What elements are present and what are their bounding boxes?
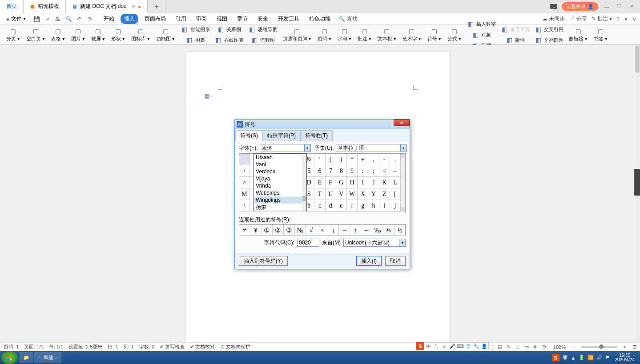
font-option[interactable]: Utsaah <box>254 154 306 161</box>
tab-home[interactable]: 首页 <box>0 0 24 13</box>
recent-symbol[interactable]: ② <box>273 225 284 236</box>
tray-expand-icon[interactable]: ▲ <box>571 355 576 360</box>
font-option[interactable]: Webdings <box>254 189 306 196</box>
font-option[interactable]: Verdana <box>254 168 306 175</box>
side-panel-toggle[interactable] <box>634 169 640 196</box>
chevron-down-icon[interactable]: ▾ <box>400 144 407 152</box>
char-cell[interactable]: 8 <box>336 165 347 177</box>
ribbon-批注[interactable]: ▢批注 ▾ <box>355 27 374 42</box>
ribbon-在线图表[interactable]: ◧在线图表 <box>213 35 246 45</box>
char-cell[interactable]: \ <box>239 200 250 212</box>
ribbon-公式[interactable]: ▢公式 ▾ <box>445 27 464 42</box>
dropdown-scrollbar[interactable] <box>302 154 306 211</box>
view-print-icon[interactable]: ▤ <box>496 344 503 351</box>
login-button[interactable]: 访客登录👤 <box>562 2 598 11</box>
window-minimize[interactable]: — <box>603 3 611 11</box>
zoom-fit-button[interactable]: ⊡ <box>632 344 636 350</box>
ime-mic-icon[interactable]: 🎤 <box>448 342 456 350</box>
start-button[interactable] <box>1 351 18 364</box>
ribbon-对象[interactable]: ◧对象 <box>465 30 498 40</box>
ribbon-tab-3[interactable]: 引用 <box>172 14 190 24</box>
ribbon-文本框[interactable]: ▢文本框 ▾ <box>375 27 399 42</box>
font-combo[interactable]: 宋体 ▾ <box>260 144 311 152</box>
recent-symbol[interactable]: ← <box>361 225 372 236</box>
status-page-no[interactable]: 页码: 1 <box>4 344 19 350</box>
char-cell[interactable]: ; <box>368 165 379 177</box>
status-proofread[interactable]: ✔ 文档校对 <box>190 344 215 350</box>
ime-user-icon[interactable]: 👤 <box>480 342 488 350</box>
char-cell[interactable]: 9 <box>347 165 358 177</box>
status-line[interactable]: 行: 1 <box>108 344 118 350</box>
ribbon-插入数字[interactable]: ◧插入数字 <box>465 19 498 29</box>
ribbon-截屏[interactable]: ▢截屏 ▾ <box>89 27 108 42</box>
char-cell[interactable]: i <box>379 200 390 212</box>
ribbon-文档部件[interactable]: ◧文档部件 <box>532 35 565 45</box>
chevron-down-icon[interactable]: ▾ <box>304 144 310 152</box>
ribbon-书签[interactable]: ▢书签 ▾ <box>591 27 610 42</box>
char-cell[interactable]: 6 <box>314 165 325 177</box>
dialog-close-button[interactable]: ✕ <box>394 119 410 126</box>
char-cell[interactable]: U <box>326 188 336 200</box>
tray-network-icon[interactable]: 📶 <box>588 355 594 360</box>
recent-symbol[interactable]: ≠ <box>239 225 250 236</box>
view-eye-icon[interactable]: 👁 <box>532 344 539 351</box>
grid-scrollbar[interactable] <box>401 154 405 212</box>
char-cell[interactable]: / <box>239 165 250 177</box>
help-icon[interactable]: ? <box>616 16 620 22</box>
subset-combo[interactable]: 基本拉丁语 ▾ <box>336 144 407 152</box>
ribbon-表格[interactable]: ▢表格 ▾ <box>48 27 68 42</box>
recent-symbol[interactable]: ‰ <box>372 225 383 236</box>
share-button[interactable]: ↗ 分享 <box>569 15 587 23</box>
ime-skin-icon[interactable]: 👕 <box>464 342 472 350</box>
collapse-ribbon-icon[interactable]: ∧ <box>624 16 628 22</box>
tray-flag-icon[interactable]: ⚑ <box>605 355 610 360</box>
ribbon-tab-7[interactable]: 安全 <box>254 14 272 24</box>
ribbon-页码[interactable]: ▢页码 ▾ <box>315 27 334 42</box>
qa-output[interactable]: ↗ <box>43 16 51 22</box>
char-cell[interactable]: H <box>347 177 358 188</box>
status-spellcheck[interactable]: ✔ 拼写检查 <box>160 344 185 350</box>
char-cell[interactable]: - <box>379 154 390 165</box>
vertical-scrollbar[interactable] <box>635 45 640 351</box>
scroll-thumb[interactable] <box>635 46 640 72</box>
status-position[interactable]: 设置值: 2.5厘米 <box>68 344 102 350</box>
char-cell[interactable]: = <box>390 165 401 177</box>
ime-emoji-icon[interactable]: ☺ <box>440 342 448 350</box>
font-dropdown-list[interactable]: UtsaahVaniVerdanaVijayaVrindaWebdingsWin… <box>254 153 307 211</box>
ribbon-符号[interactable]: ▢符号 ▾ <box>425 27 444 42</box>
ribbon-页眉和页脚[interactable]: ▢页眉和页脚 ▾ <box>280 27 314 42</box>
font-option[interactable]: Vrinda <box>254 182 306 189</box>
char-cell[interactable]: T <box>314 188 325 200</box>
char-cell[interactable]: h <box>368 200 379 212</box>
ribbon-水印[interactable]: ▢水印 ▾ <box>335 27 354 42</box>
ribbon-tab-2[interactable]: 页面布局 <box>141 14 169 24</box>
char-cell[interactable]: + <box>358 154 368 165</box>
ime-tool-icon[interactable]: 🔧 <box>472 342 480 350</box>
annotate-button[interactable]: ✎ 批注 ▾ <box>592 15 612 23</box>
char-cell[interactable]: 7 <box>326 165 336 177</box>
ime-logo-icon[interactable]: S <box>416 342 424 350</box>
recent-symbol[interactable]: ¥ <box>250 225 262 236</box>
char-cell[interactable]: f <box>347 200 358 212</box>
qa-print[interactable]: 🖶 <box>54 16 62 22</box>
ime-keyboard-icon[interactable]: ⌨ <box>456 342 464 350</box>
char-cell[interactable]: : <box>358 165 368 177</box>
char-cell[interactable]: [ <box>390 188 401 200</box>
insert-button[interactable]: 插入(I) <box>356 256 382 266</box>
ribbon-tab-0[interactable]: 开始 <box>100 14 118 24</box>
qa-undo[interactable]: ↶ <box>75 16 83 22</box>
view-outline-icon[interactable]: ✎ <box>505 344 512 351</box>
char-cell[interactable]: I <box>358 177 368 188</box>
char-cell[interactable]: E <box>314 177 325 188</box>
window-maximize[interactable]: ☐ <box>615 3 623 11</box>
char-cell[interactable]: L <box>390 177 401 188</box>
recent-symbol[interactable]: ↑ <box>350 225 361 236</box>
char-cell[interactable]: ( <box>326 154 336 165</box>
file-menu[interactable]: ≡文件▾ <box>4 14 28 24</box>
search-box[interactable]: 🔍查找 <box>338 15 358 23</box>
recent-symbol[interactable]: √ <box>306 225 317 236</box>
tab-pin-icon[interactable]: ⊡ <box>132 4 135 9</box>
ribbon-形状[interactable]: ▢形状 ▾ <box>109 27 128 42</box>
ribbon-功能图[interactable]: ▢功能图 ▾ <box>153 27 177 42</box>
char-cell[interactable] <box>239 154 250 165</box>
